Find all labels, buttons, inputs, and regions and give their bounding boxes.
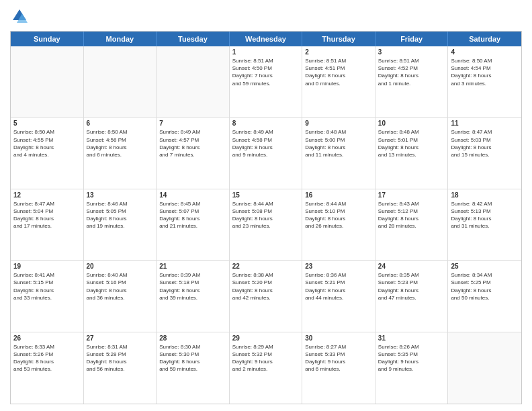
- weekday-header-saturday: Saturday: [448, 32, 521, 46]
- day-number: 19: [13, 263, 81, 270]
- calendar-row-3: 19Sunrise: 8:41 AMSunset: 5:15 PMDayligh…: [11, 261, 521, 332]
- calendar-cell-2-4: 16Sunrise: 8:44 AMSunset: 5:10 PMDayligh…: [302, 189, 375, 260]
- calendar-cell-2-1: 13Sunrise: 8:46 AMSunset: 5:05 PMDayligh…: [84, 189, 157, 260]
- logo: [10, 7, 32, 26]
- calendar-cell-4-4: 30Sunrise: 8:27 AMSunset: 5:33 PMDayligh…: [302, 332, 375, 404]
- cell-text: Sunrise: 8:30 AMSunset: 5:30 PMDaylight:…: [159, 343, 226, 373]
- calendar-cell-0-0: [11, 46, 84, 117]
- calendar-cell-3-0: 19Sunrise: 8:41 AMSunset: 5:15 PMDayligh…: [11, 261, 84, 331]
- calendar-cell-3-3: 22Sunrise: 8:38 AMSunset: 5:20 PMDayligh…: [230, 261, 303, 331]
- calendar: SundayMondayTuesdayWednesdayThursdayFrid…: [10, 31, 522, 404]
- calendar-cell-0-4: 2Sunrise: 8:51 AMSunset: 4:51 PMDaylight…: [302, 46, 375, 117]
- weekday-header-friday: Friday: [375, 32, 449, 46]
- logo-icon: [10, 7, 29, 26]
- calendar-cell-1-5: 10Sunrise: 8:48 AMSunset: 5:01 PMDayligh…: [375, 118, 449, 188]
- calendar-cell-1-4: 9Sunrise: 8:48 AMSunset: 5:00 PMDaylight…: [302, 118, 375, 188]
- cell-text: Sunrise: 8:47 AMSunset: 5:03 PMDaylight:…: [451, 128, 519, 158]
- calendar-cell-0-1: [84, 46, 157, 117]
- cell-text: Sunrise: 8:44 AMSunset: 5:10 PMDaylight:…: [305, 200, 372, 230]
- cell-text: Sunrise: 8:51 AMSunset: 4:51 PMDaylight:…: [305, 57, 372, 87]
- cell-text: Sunrise: 8:34 AMSunset: 5:25 PMDaylight:…: [451, 271, 519, 302]
- weekday-header-wednesday: Wednesday: [230, 32, 303, 46]
- cell-text: Sunrise: 8:51 AMSunset: 4:50 PMDaylight:…: [232, 57, 300, 87]
- cell-text: Sunrise: 8:50 AMSunset: 4:54 PMDaylight:…: [451, 57, 519, 87]
- day-number: 20: [87, 263, 154, 270]
- cell-text: Sunrise: 8:33 AMSunset: 5:26 PMDaylight:…: [13, 343, 81, 373]
- day-number: 13: [87, 191, 154, 199]
- day-number: 8: [232, 120, 300, 127]
- calendar-cell-4-6: [448, 332, 521, 404]
- calendar-cell-2-0: 12Sunrise: 8:47 AMSunset: 5:04 PMDayligh…: [11, 189, 84, 260]
- day-number: 26: [13, 334, 81, 342]
- calendar-row-4: 26Sunrise: 8:33 AMSunset: 5:26 PMDayligh…: [11, 332, 521, 404]
- calendar-cell-1-1: 6Sunrise: 8:50 AMSunset: 4:56 PMDaylight…: [84, 118, 157, 188]
- day-number: 12: [13, 191, 81, 199]
- calendar-header: SundayMondayTuesdayWednesdayThursdayFrid…: [11, 32, 521, 46]
- calendar-row-1: 5Sunrise: 8:50 AMSunset: 4:55 PMDaylight…: [11, 118, 521, 189]
- calendar-cell-3-6: 25Sunrise: 8:34 AMSunset: 5:25 PMDayligh…: [448, 261, 521, 331]
- header: [10, 7, 522, 26]
- calendar-cell-2-2: 14Sunrise: 8:45 AMSunset: 5:07 PMDayligh…: [157, 189, 230, 260]
- calendar-cell-4-2: 28Sunrise: 8:30 AMSunset: 5:30 PMDayligh…: [157, 332, 230, 404]
- day-number: 25: [451, 263, 519, 270]
- calendar-cell-3-4: 23Sunrise: 8:36 AMSunset: 5:21 PMDayligh…: [302, 261, 375, 331]
- cell-text: Sunrise: 8:39 AMSunset: 5:18 PMDaylight:…: [159, 271, 226, 302]
- calendar-cell-2-6: 18Sunrise: 8:42 AMSunset: 5:13 PMDayligh…: [448, 189, 521, 260]
- day-number: 30: [305, 334, 372, 342]
- cell-text: Sunrise: 8:44 AMSunset: 5:08 PMDaylight:…: [232, 200, 300, 230]
- day-number: 2: [305, 48, 372, 56]
- calendar-body: 1Sunrise: 8:51 AMSunset: 4:50 PMDaylight…: [11, 46, 521, 404]
- day-number: 23: [305, 263, 372, 270]
- calendar-row-0: 1Sunrise: 8:51 AMSunset: 4:50 PMDaylight…: [11, 46, 521, 118]
- day-number: 14: [159, 191, 226, 199]
- calendar-row-2: 12Sunrise: 8:47 AMSunset: 5:04 PMDayligh…: [11, 189, 521, 261]
- page: SundayMondayTuesdayWednesdayThursdayFrid…: [0, 0, 532, 411]
- day-number: 1: [232, 48, 300, 56]
- calendar-cell-0-6: 4Sunrise: 8:50 AMSunset: 4:54 PMDaylight…: [448, 46, 521, 117]
- calendar-cell-0-5: 3Sunrise: 8:51 AMSunset: 4:52 PMDaylight…: [375, 46, 449, 117]
- calendar-cell-1-3: 8Sunrise: 8:49 AMSunset: 4:58 PMDaylight…: [230, 118, 303, 188]
- cell-text: Sunrise: 8:27 AMSunset: 5:33 PMDaylight:…: [305, 343, 372, 373]
- calendar-cell-3-2: 21Sunrise: 8:39 AMSunset: 5:18 PMDayligh…: [157, 261, 230, 331]
- cell-text: Sunrise: 8:46 AMSunset: 5:05 PMDaylight:…: [87, 200, 154, 230]
- day-number: 21: [159, 263, 226, 270]
- cell-text: Sunrise: 8:31 AMSunset: 5:28 PMDaylight:…: [87, 343, 154, 373]
- cell-text: Sunrise: 8:26 AMSunset: 5:35 PMDaylight:…: [378, 343, 445, 373]
- calendar-cell-2-5: 17Sunrise: 8:43 AMSunset: 5:12 PMDayligh…: [375, 189, 449, 260]
- day-number: 18: [451, 191, 519, 199]
- day-number: 31: [378, 334, 445, 342]
- day-number: 22: [232, 263, 300, 270]
- calendar-cell-0-2: [157, 46, 230, 117]
- cell-text: Sunrise: 8:41 AMSunset: 5:15 PMDaylight:…: [13, 271, 81, 302]
- day-number: 29: [232, 334, 300, 342]
- cell-text: Sunrise: 8:36 AMSunset: 5:21 PMDaylight:…: [305, 271, 372, 302]
- day-number: 24: [378, 263, 445, 270]
- calendar-cell-4-1: 27Sunrise: 8:31 AMSunset: 5:28 PMDayligh…: [84, 332, 157, 404]
- weekday-header-tuesday: Tuesday: [157, 32, 230, 46]
- cell-text: Sunrise: 8:29 AMSunset: 5:32 PMDaylight:…: [232, 343, 300, 373]
- day-number: 5: [13, 120, 81, 127]
- day-number: 10: [378, 120, 445, 127]
- cell-text: Sunrise: 8:48 AMSunset: 5:01 PMDaylight:…: [378, 128, 445, 158]
- day-number: 4: [451, 48, 519, 56]
- day-number: 15: [232, 191, 300, 199]
- day-number: 3: [378, 48, 445, 56]
- cell-text: Sunrise: 8:51 AMSunset: 4:52 PMDaylight:…: [378, 57, 445, 87]
- day-number: 11: [451, 120, 519, 127]
- calendar-cell-3-1: 20Sunrise: 8:40 AMSunset: 5:16 PMDayligh…: [84, 261, 157, 331]
- weekday-header-monday: Monday: [84, 32, 157, 46]
- cell-text: Sunrise: 8:50 AMSunset: 4:55 PMDaylight:…: [13, 128, 81, 158]
- calendar-cell-3-5: 24Sunrise: 8:35 AMSunset: 5:23 PMDayligh…: [375, 261, 449, 331]
- calendar-cell-1-2: 7Sunrise: 8:49 AMSunset: 4:57 PMDaylight…: [157, 118, 230, 188]
- calendar-cell-0-3: 1Sunrise: 8:51 AMSunset: 4:50 PMDaylight…: [230, 46, 303, 117]
- cell-text: Sunrise: 8:49 AMSunset: 4:58 PMDaylight:…: [232, 128, 300, 158]
- cell-text: Sunrise: 8:47 AMSunset: 5:04 PMDaylight:…: [13, 200, 81, 230]
- cell-text: Sunrise: 8:40 AMSunset: 5:16 PMDaylight:…: [87, 271, 154, 302]
- weekday-header-thursday: Thursday: [302, 32, 375, 46]
- cell-text: Sunrise: 8:45 AMSunset: 5:07 PMDaylight:…: [159, 200, 226, 230]
- calendar-cell-2-3: 15Sunrise: 8:44 AMSunset: 5:08 PMDayligh…: [230, 189, 303, 260]
- calendar-cell-4-3: 29Sunrise: 8:29 AMSunset: 5:32 PMDayligh…: [230, 332, 303, 404]
- cell-text: Sunrise: 8:49 AMSunset: 4:57 PMDaylight:…: [159, 128, 226, 158]
- weekday-header-sunday: Sunday: [11, 32, 84, 46]
- day-number: 16: [305, 191, 372, 199]
